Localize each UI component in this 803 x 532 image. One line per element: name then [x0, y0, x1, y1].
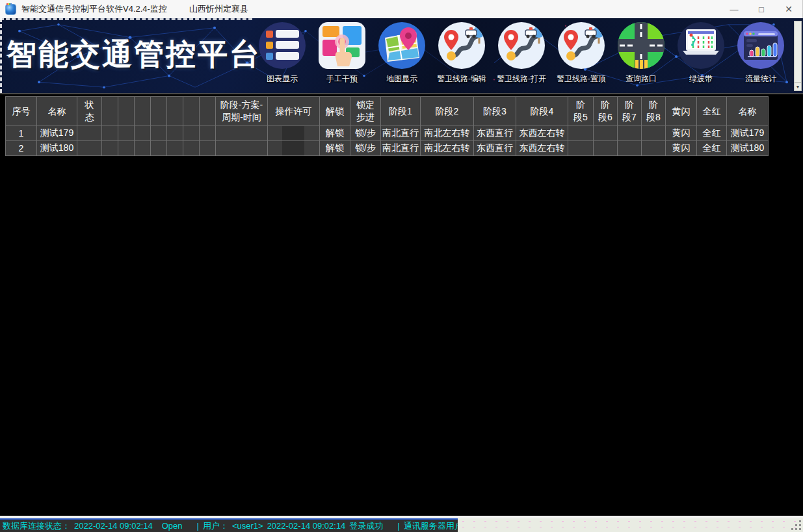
tool-label: 地图显示 [386, 73, 417, 85]
col-phase4: 阶段4 [516, 97, 568, 126]
status-cell[interactable] [77, 141, 102, 156]
cell[interactable] [167, 141, 183, 156]
cell[interactable] [151, 141, 167, 156]
phase6-cell[interactable] [594, 141, 618, 156]
operation-permit-cell[interactable] [268, 141, 320, 156]
col-phase6: 阶 段6 [594, 97, 618, 126]
col-empty [102, 97, 118, 126]
phase2-cell[interactable]: 南北左右转 [421, 141, 474, 156]
tool-manual-intervention[interactable]: 手工干预 [312, 20, 372, 85]
phase5-cell[interactable] [568, 141, 594, 156]
db-connection-state: Open [162, 521, 183, 531]
phase-plan-cell[interactable] [216, 141, 268, 156]
col-lock-step: 锁定 步进 [350, 97, 381, 126]
tool-label: 警卫线路-打开 [497, 73, 546, 85]
phase1-cell[interactable]: 南北直行 [381, 126, 421, 141]
tool-traffic-statistics[interactable]: 流量统计 [731, 20, 791, 85]
brand-title: 智能交通管控平台 [7, 34, 261, 74]
phase8-cell[interactable] [642, 126, 666, 141]
col-phase3: 阶段3 [474, 97, 516, 126]
lock-step-cell[interactable]: 锁/步 [350, 141, 381, 156]
cell[interactable] [151, 126, 167, 141]
maximize-button[interactable]: □ [748, 0, 775, 18]
col-all-red: 全红 [697, 97, 727, 126]
cell[interactable] [102, 126, 118, 141]
cell[interactable] [167, 126, 183, 141]
tool-map-display[interactable]: 地图显示 [372, 20, 432, 85]
cell[interactable] [200, 141, 216, 156]
phase5-cell[interactable] [568, 126, 594, 141]
name-cell[interactable]: 测试179 [37, 126, 77, 141]
manual-touch-icon [319, 22, 365, 69]
statusbar-empty-section [458, 518, 803, 532]
name2-cell[interactable]: 测试180 [727, 141, 769, 156]
crossroad-icon [618, 22, 665, 69]
tool-label: 警卫线路-编辑 [437, 73, 486, 85]
col-name: 名称 [37, 97, 77, 126]
header-top-dash-border [0, 18, 252, 20]
tool-guard-route-open[interactable]: 警卫线路-打开 [492, 20, 551, 85]
tool-query-intersection[interactable]: 查询路口 [611, 20, 671, 85]
phase6-cell[interactable] [594, 126, 618, 141]
col-operation-permit: 操作许可 [268, 97, 320, 126]
cell[interactable] [135, 141, 151, 156]
resize-grip[interactable] [799, 528, 801, 530]
main-area: 序号 名称 状 态 阶段-方案- 周期-时间 操作许可 解锁 锁定 步进 阶段1… [0, 94, 803, 516]
tool-green-wave[interactable]: 绿波带 [671, 20, 731, 85]
tool-guard-route-pin-top[interactable]: 警卫线路-置顶 [551, 20, 611, 85]
cell[interactable] [135, 126, 151, 141]
app-globe-icon [5, 4, 16, 15]
phase3-cell[interactable]: 东西直行 [474, 141, 516, 156]
cell[interactable] [118, 126, 135, 141]
lock-step-cell[interactable]: 锁/步 [350, 126, 381, 141]
phase4-cell[interactable]: 东西左右转 [516, 126, 568, 141]
yellow-flash-cell[interactable]: 黄闪 [666, 141, 697, 156]
status-cell[interactable] [77, 126, 102, 141]
scroll-down-arrow-icon[interactable]: ▼ [795, 82, 801, 90]
operation-permit-cell[interactable] [268, 126, 320, 141]
minimize-button[interactable]: — [720, 0, 748, 18]
guard-route-pin-icon [558, 22, 605, 69]
yellow-flash-cell[interactable]: 黄闪 [666, 126, 697, 141]
tool-guard-route-edit[interactable]: 警卫线路-编辑 [432, 20, 492, 85]
name-cell[interactable]: 测试180 [37, 141, 77, 156]
phase7-cell[interactable] [618, 126, 642, 141]
cell[interactable] [102, 141, 118, 156]
serial-cell[interactable]: 1 [6, 126, 37, 141]
unlock-cell[interactable]: 解锁 [320, 141, 350, 156]
signal-status-table: 序号 名称 状 态 阶段-方案- 周期-时间 操作许可 解锁 锁定 步进 阶段1… [5, 96, 769, 156]
table-row[interactable]: 1 测试179 解锁 锁/步 南北直行 南北左右转 东西直行 [6, 126, 769, 141]
tool-chart-display[interactable]: 图表显示 [252, 20, 312, 85]
db-connection-time: 2022-02-14 09:02:14 [74, 521, 153, 531]
all-red-cell[interactable]: 全红 [697, 141, 727, 156]
col-phase5: 阶 段5 [568, 97, 594, 126]
cell[interactable] [118, 141, 135, 156]
phase3-cell[interactable]: 东西直行 [474, 126, 516, 141]
app-window: 智能交通信号控制平台软件V4.2.4-监控 山西忻州定襄县 — □ ✕ [0, 0, 803, 532]
col-phase1: 阶段1 [381, 97, 421, 126]
cell[interactable] [183, 126, 200, 141]
name2-cell[interactable]: 测试179 [727, 126, 769, 141]
phase-plan-cell[interactable] [216, 126, 268, 141]
table-row[interactable]: 2 测试180 解锁 锁/步 南北直行 南北左右转 东西直行 [6, 141, 769, 156]
close-button[interactable]: ✕ [775, 0, 802, 18]
titlebar: 智能交通信号控制平台软件V4.2.4-监控 山西忻州定襄县 — □ ✕ [0, 0, 803, 18]
unlock-cell[interactable]: 解锁 [320, 126, 350, 141]
phase2-cell[interactable]: 南北左右转 [421, 126, 474, 141]
all-red-cell[interactable]: 全红 [697, 126, 727, 141]
phase4-cell[interactable]: 东西左右转 [516, 141, 568, 156]
cell[interactable] [183, 141, 200, 156]
serial-cell[interactable]: 2 [6, 141, 37, 156]
col-phase7: 阶 段7 [618, 97, 642, 126]
header-left-dash-border [0, 18, 2, 93]
phase8-cell[interactable] [642, 141, 666, 156]
user-label: 用户： [203, 520, 228, 532]
tool-label: 手工干预 [326, 73, 358, 85]
phase1-cell[interactable]: 南北直行 [381, 141, 421, 156]
phase7-cell[interactable] [618, 141, 642, 156]
col-phase8: 阶 段8 [642, 97, 666, 126]
chart-list-icon [259, 22, 306, 69]
cell[interactable] [200, 126, 216, 141]
tool-label: 图表显示 [267, 73, 298, 85]
header-scrollbar[interactable]: ▼ [794, 21, 802, 91]
